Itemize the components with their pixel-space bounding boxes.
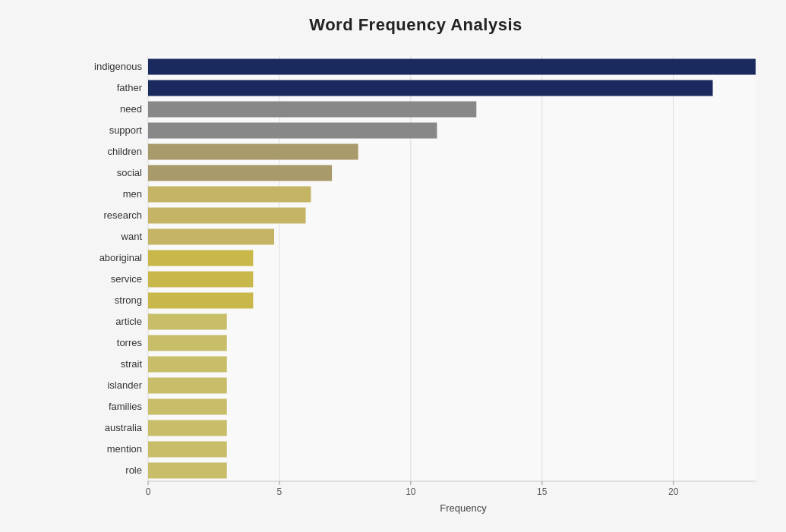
bar-australia [148,420,227,436]
bar-label-men: men [123,188,142,200]
x-tick-label-0: 0 [146,486,151,497]
bar-strait [148,357,227,373]
bar-label-social: social [117,167,142,178]
bar-label-children: children [107,146,142,157]
bar-need [148,102,476,118]
bar-role [148,463,227,479]
bar-want [148,229,274,245]
bar-label-father: father [117,82,143,93]
bar-label-aboriginal: aboriginal [99,252,142,263]
svg-rect-0 [148,56,756,481]
x-tick-label-10: 10 [406,486,416,497]
bar-aboriginal [148,250,253,266]
bar-label-mention: mention [107,443,142,455]
bar-label-islander: islander [107,379,142,391]
bar-article [148,314,227,330]
x-axis-label: Frequency [440,502,487,514]
bar-label-strong: strong [115,294,142,306]
bar-label-australia: australia [105,422,143,433]
bar-label-families: families [109,401,143,412]
x-tick-label-20: 20 [668,486,679,497]
bar-label-strait: strait [121,358,143,370]
bar-social [148,165,332,181]
bar-label-indigenous: indigenous [94,61,142,72]
x-tick-label-15: 15 [537,486,548,497]
bar-label-want: want [121,231,143,242]
bar-mention [148,442,227,458]
bar-label-torres: torres [117,337,143,348]
bar-label-article: article [115,316,142,327]
bar-service [148,272,253,288]
bar-father [148,80,713,96]
bar-label-need: need [120,103,142,115]
bar-families [148,399,227,415]
bar-children [148,144,358,160]
bar-label-service: service [111,273,142,285]
chart-container: Word Frequency Analysis indigenousfather… [0,0,786,532]
bar-label-research: research [103,209,142,221]
chart-title: Word Frequency Analysis [76,15,756,35]
bar-strong [148,293,253,309]
bar-label-role: role [125,464,142,476]
bar-research [148,208,306,224]
bar-men [148,187,311,203]
bar-indigenous [148,59,756,75]
bar-torres [148,335,227,351]
x-tick-label-5: 5 [277,486,283,497]
bar-islander [148,378,227,394]
bar-label-support: support [109,124,143,136]
bar-support [148,123,437,139]
